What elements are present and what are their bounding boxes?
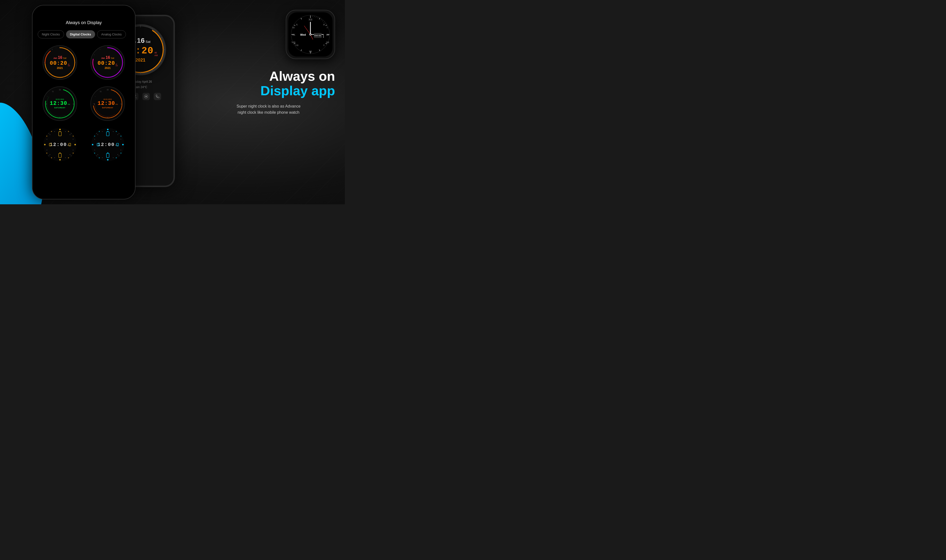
svg-point-231 (323, 37, 324, 38)
svg-point-88 (46, 152, 47, 154)
tick-svg-4: 12 3 6 9 1 11 (91, 87, 124, 120)
clock-cell-3: 12 3 6 9 1 11 (37, 85, 82, 123)
svg-text:VI: VI (309, 50, 312, 53)
svg-point-135 (113, 157, 114, 158)
svg-point-129 (119, 155, 119, 156)
svg-rect-143 (107, 131, 108, 132)
dot-ring-svg-5 (43, 128, 77, 161)
svg-point-184 (145, 96, 147, 97)
svg-point-102 (54, 157, 55, 158)
svg-text:XI: XI (292, 26, 295, 29)
svg-point-105 (46, 139, 47, 140)
tick-svg-2 (91, 46, 124, 79)
clock-face-5: 12:00 PM (43, 128, 77, 161)
svg-line-13 (52, 49, 52, 49)
tab-bar: Night Clocks Digital Clocks Analog Clock… (38, 30, 130, 38)
svg-point-94 (48, 155, 49, 156)
svg-text:V: V (323, 44, 325, 46)
svg-point-93 (71, 133, 71, 134)
svg-text:02: 02 (318, 34, 321, 37)
svg-point-133 (120, 150, 121, 151)
tab-digital-clocks[interactable]: Digital Clocks (66, 30, 95, 38)
svg-text:VIII: VIII (292, 41, 295, 43)
clock-face-1: Jan 16 Sat 00:20 40AM 2021 (43, 45, 77, 80)
svg-point-89 (73, 152, 73, 154)
svg-point-229 (323, 35, 324, 36)
svg-line-38 (94, 54, 94, 55)
tick-svg-3: 12 3 6 9 1 11 (43, 87, 77, 120)
svg-point-132 (120, 139, 121, 140)
svg-rect-146 (106, 153, 109, 157)
svg-point-139 (94, 139, 95, 140)
svg-point-101 (65, 157, 66, 158)
svg-text:XII: XII (309, 18, 312, 21)
svg-point-103 (49, 154, 50, 155)
right-section: XII III VI IX II X IIII VIII VII V XI I (202, 10, 335, 116)
svg-point-47 (47, 91, 73, 117)
svg-rect-109 (59, 131, 60, 132)
svg-line-58 (47, 96, 48, 96)
watch-icon-wrap: XII III VI IX II X IIII VIII VII V XI I (202, 10, 335, 59)
svg-point-230 (323, 36, 324, 37)
svg-point-126 (96, 133, 97, 134)
svg-text:11: 11 (100, 91, 102, 92)
svg-text:3: 3 (120, 103, 122, 105)
phone-1-title: Always on Display (66, 20, 102, 25)
svg-point-138 (94, 150, 95, 151)
svg-rect-142 (106, 132, 109, 136)
svg-rect-144 (97, 143, 99, 146)
svg-rect-113 (59, 152, 60, 153)
tab-analog-clocks[interactable]: Analog Clocks (97, 30, 126, 38)
watch-face: XII III VI IX II X IIII VIII VII V XI I (288, 12, 333, 57)
clock-face-6: 12:00 PM (91, 128, 124, 161)
svg-text:X: X (296, 23, 298, 26)
clock-cell-1: Jan 16 Sat 00:20 40AM 2021 (37, 43, 82, 82)
svg-point-118 (99, 131, 100, 132)
svg-rect-145 (117, 143, 119, 146)
clock-cell-6: 12:00 PM (85, 126, 130, 164)
clock-face-3: 12 3 6 9 1 11 (43, 86, 77, 121)
svg-text:11: 11 (52, 91, 54, 92)
subtext-line2: night clock like mobile phone watch (202, 109, 335, 116)
svg-point-140 (97, 134, 98, 135)
svg-point-120 (94, 135, 95, 137)
headline-line2: Display app (202, 83, 335, 98)
svg-point-91 (68, 157, 69, 158)
svg-point-131 (117, 134, 118, 135)
watch-face-svg: XII III VI IX II X IIII VIII VII V XI I (290, 14, 331, 55)
svg-point-130 (113, 131, 114, 132)
svg-point-106 (49, 134, 50, 135)
tick-svg-1 (43, 46, 77, 79)
svg-point-66 (93, 89, 122, 118)
clock-face-4: 12 3 6 9 1 11 (90, 86, 125, 121)
app-icon-4-svg (155, 94, 160, 99)
svg-point-86 (46, 135, 47, 137)
phone-1-frame: Always on Display Night Clocks Digital C… (32, 5, 136, 199)
svg-text:IIII: IIII (326, 41, 329, 43)
svg-rect-108 (59, 132, 61, 136)
svg-point-128 (96, 155, 97, 156)
svg-point-80 (59, 129, 60, 130)
svg-line-78 (95, 96, 96, 96)
clock-cell-4: 12 3 6 9 1 11 (85, 85, 130, 123)
svg-point-46 (46, 89, 74, 118)
svg-text:VII: VII (295, 44, 299, 46)
tab-night-clocks[interactable]: Night Clocks (38, 30, 64, 38)
svg-point-104 (46, 150, 47, 151)
svg-point-87 (73, 135, 73, 137)
clock-grid: Jan 16 Sat 00:20 40AM 2021 (32, 43, 135, 164)
phone-1-container: Always on Display Night Clocks Digital C… (32, 5, 136, 199)
svg-rect-110 (49, 143, 51, 146)
app-icon-3 (142, 93, 150, 100)
svg-text:II: II (323, 23, 325, 26)
svg-text:Wed: Wed (300, 33, 306, 36)
svg-point-125 (116, 157, 117, 158)
svg-line-39 (100, 49, 100, 49)
svg-point-97 (69, 134, 71, 135)
svg-point-119 (116, 131, 117, 132)
svg-point-121 (120, 135, 121, 137)
svg-point-123 (120, 152, 121, 154)
svg-point-100 (69, 154, 71, 155)
svg-point-98 (73, 139, 73, 140)
svg-point-116 (92, 144, 93, 146)
